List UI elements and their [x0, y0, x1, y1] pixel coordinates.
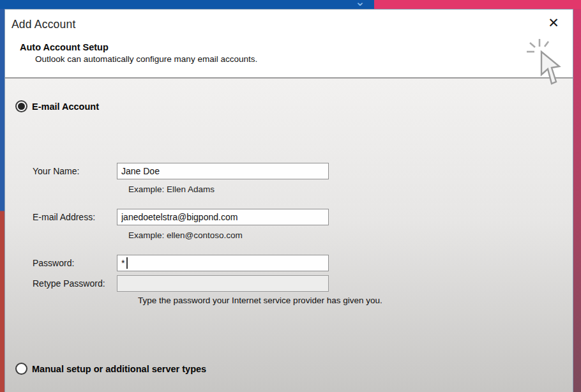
- email-address-input[interactable]: [117, 209, 329, 225]
- retype-password-label: Retype Password:: [33, 275, 105, 292]
- background-left-strip: [0, 9, 4, 392]
- password-note: Type the password your Internet service …: [138, 296, 382, 305]
- dialog-title: Add Account: [11, 18, 75, 31]
- add-account-dialog: Add Account ✕ Auto Account Setup Outlook…: [4, 9, 573, 392]
- retype-password-field-wrap: [117, 275, 329, 292]
- radio-unselected-icon[interactable]: [15, 363, 27, 375]
- manual-setup-radio[interactable]: Manual setup or additional server types: [15, 363, 206, 375]
- password-input[interactable]: [117, 255, 329, 271]
- email-account-label: E-mail Account: [32, 102, 99, 112]
- your-name-label: Your Name:: [33, 163, 79, 179]
- background-right-strip: [573, 9, 581, 392]
- text-caret: [126, 257, 128, 269]
- close-icon[interactable]: ✕: [545, 14, 562, 32]
- email-account-radio[interactable]: E-mail Account: [15, 100, 99, 112]
- screen: ⌄ Add Account ✕ Auto Account Setup Outlo…: [0, 0, 581, 392]
- your-name-example: Example: Ellen Adams: [128, 185, 215, 194]
- section-subtitle: Outlook can automatically configure many…: [35, 54, 573, 64]
- your-name-field-wrap: [117, 163, 329, 179]
- section-title: Auto Account Setup: [20, 39, 573, 52]
- your-name-input[interactable]: [117, 163, 329, 179]
- background-topbar: ⌄: [0, 0, 581, 9]
- dialog-body: E-mail Account Your Name: Example: Ellen…: [5, 79, 573, 392]
- chevron-down-icon: ⌄: [355, 0, 365, 8]
- email-address-example: Example: ellen@contoso.com: [128, 230, 243, 240]
- radio-selected-icon[interactable]: [15, 100, 27, 112]
- auto-account-setup-header: Auto Account Setup Outlook can automatic…: [5, 39, 573, 79]
- background-topbar-blue: ⌄: [0, 0, 374, 9]
- manual-setup-label: Manual setup or additional server types: [32, 364, 206, 374]
- retype-password-input[interactable]: [117, 275, 329, 292]
- dialog-titlebar: Add Account ✕: [5, 10, 573, 39]
- background-topbar-pink: [374, 0, 581, 9]
- password-label: Password:: [33, 255, 74, 271]
- email-address-label: E-mail Address:: [33, 209, 95, 225]
- email-address-field-wrap: [117, 209, 329, 225]
- password-field-wrap: [117, 255, 329, 271]
- click-cursor-icon: [524, 38, 564, 86]
